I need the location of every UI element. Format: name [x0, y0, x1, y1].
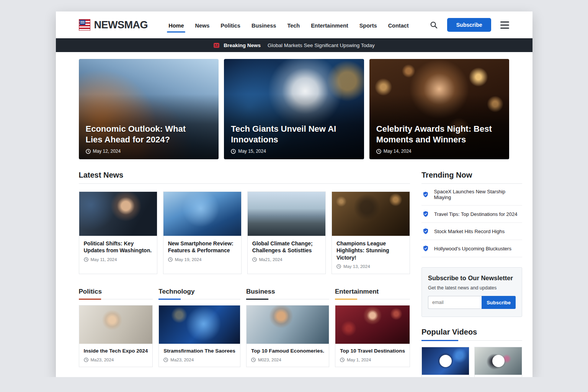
category-card[interactable]: Top 10 Famoud Economeries. M023, 2024: [246, 305, 329, 367]
article-date: May 1, 2024: [347, 358, 371, 362]
article-title: Top 10 Famoud Economeries.: [251, 348, 324, 354]
breaking-label: Breaking News: [224, 42, 261, 48]
article-title: Stramsfirmation The Saorees: [163, 348, 235, 354]
trending-item[interactable]: Travel Tips: Top Destinations for 2024: [421, 206, 522, 223]
shield-check-icon: [422, 191, 429, 198]
clock-icon: [251, 358, 256, 362]
site-logo[interactable]: NEWSMAG: [79, 19, 148, 31]
article-thumbnail: [335, 305, 410, 344]
shield-check-icon: [422, 245, 429, 252]
news-card[interactable]: Global Climate Change; Challenges & Soti…: [247, 191, 326, 274]
hero-card[interactable]: Celebrity Awards Night: Best Moments and…: [369, 59, 510, 159]
clock-icon: [336, 264, 341, 269]
breaking-headline[interactable]: Global Markets See Significant Upswing T…: [268, 42, 375, 48]
videos-accent: [421, 340, 458, 341]
newsletter-box: Subscribe to Our Newsletter Get the late…: [421, 267, 522, 317]
header-actions: Subscribe: [430, 18, 510, 32]
brand-name: NEWSMAG: [94, 19, 148, 31]
article-date: May 19, 2024: [175, 257, 202, 262]
nav-item-home[interactable]: Home: [168, 13, 184, 36]
article-title: Political Shifts: Key Updates from Washi…: [84, 240, 152, 254]
search-button[interactable]: [430, 21, 438, 29]
hamburger-icon: [500, 21, 509, 23]
nav-item-tech[interactable]: Tech: [287, 13, 300, 36]
category-accent: [79, 299, 101, 300]
category-card[interactable]: Stramsfirmation The Saorees Ma23, 2024: [158, 305, 240, 367]
article-date: Ma23, 2024: [91, 358, 114, 362]
shield-check-icon: [422, 211, 429, 217]
video-card[interactable]: Top 10 Tiaz Tan, Healthy ling: [421, 347, 469, 377]
article-title: Global Climate Change; Challenges & Soti…: [252, 240, 321, 254]
nav-item-entertainment[interactable]: Entertainment: [310, 13, 349, 36]
latest-news-heading: Latest News: [79, 171, 410, 184]
site-header: NEWSMAG Home News Politics Business Tech…: [56, 11, 532, 38]
trending-item[interactable]: SpaceX Launches New Starship Miaying: [421, 184, 522, 206]
article-date: Ma23, 2024: [170, 358, 194, 362]
video-thumbnail-play-icon[interactable]: [422, 347, 469, 375]
section-politics: Politics Inside the Tech Expo 2024 Ma23,…: [79, 288, 153, 367]
clock-icon: [252, 257, 257, 262]
category-accent: [158, 299, 181, 300]
category-accent: [335, 299, 357, 300]
category-card[interactable]: Top 10 Travel Destinations May 1, 2024: [335, 305, 410, 367]
video-title: Fitness Tips for A Healthy Life: [475, 375, 522, 377]
news-card[interactable]: Champions League Highlights: Stunning Vi…: [332, 191, 410, 274]
popular-videos-heading: Popular Videos: [421, 328, 522, 341]
video-card[interactable]: Fitness Tips for A Healthy Life: [474, 347, 522, 377]
article-thumbnail: [247, 305, 329, 344]
article-thumbnail: [159, 305, 240, 344]
article-thumbnail: [332, 192, 410, 236]
hero-title: Tech Giants Unveil New AI Innovations: [231, 124, 348, 145]
newsletter-email-input[interactable]: [428, 296, 482, 309]
shield-check-icon: [422, 228, 429, 235]
article-thumbnail: [163, 192, 241, 236]
clock-icon: [84, 257, 88, 262]
news-card[interactable]: New Smartphone Review: Features & Perfor…: [163, 191, 242, 274]
newsmag-homepage: NEWSMAG Home News Politics Business Tech…: [56, 11, 532, 377]
menu-button[interactable]: [500, 20, 509, 30]
article-thumbnail: [79, 305, 153, 344]
trending-list: SpaceX Launches New Starship Miaying Tra…: [421, 184, 522, 257]
article-thumbnail: [79, 192, 157, 236]
newsletter-heading: Subscribe to Our Newsletter: [428, 274, 516, 282]
article-thumbnail: [248, 192, 325, 236]
nav-item-news[interactable]: News: [194, 13, 210, 36]
clock-icon: [231, 149, 236, 154]
category-heading: Entertainment: [335, 288, 410, 299]
hero-section: Economic Outlook: What Lies Ahead for 20…: [56, 52, 532, 159]
nav-item-sports[interactable]: Sports: [359, 13, 377, 36]
newsletter-subheading: Get the latest news and updates: [428, 285, 516, 291]
category-card[interactable]: Inside the Tech Expo 2024 Ma23, 2024: [79, 305, 153, 367]
news-card[interactable]: Political Shifts: Key Updates from Washi…: [79, 191, 157, 274]
nav-item-business[interactable]: Business: [251, 13, 276, 36]
clock-icon: [340, 358, 345, 362]
article-title: New Smartphone Review: Features & Perfor…: [168, 240, 237, 254]
trending-item[interactable]: Hollywood's Upcoming Bluckusters: [421, 240, 522, 257]
clock-icon: [163, 358, 168, 362]
hero-card[interactable]: Tech Giants Unveil New AI Innovations Ma…: [224, 59, 364, 159]
clock-icon: [376, 149, 381, 154]
hero-card[interactable]: Economic Outlook: What Lies Ahead for 20…: [79, 59, 219, 159]
article-date: May 13, 2024: [343, 264, 370, 269]
newsletter-subscribe-button[interactable]: Subscribe: [482, 296, 516, 309]
category-accent: [246, 299, 268, 300]
clock-icon: [84, 358, 88, 362]
hero-title: Celebrity Awards Night: Best Moments and…: [376, 124, 493, 145]
trending-item[interactable]: Stock Market Hits Record Highs: [421, 223, 522, 240]
sidebar: Trending Now SpaceX Launches New Starshi…: [421, 171, 522, 377]
trending-label: Stock Market Hits Record Highs: [434, 229, 505, 234]
section-entertainment: Entertainment Top 10 Travel Destinations…: [335, 288, 410, 367]
content-column: Latest News Political Shifts: Key Update…: [79, 171, 410, 367]
trending-heading: Trending Now: [421, 171, 522, 184]
article-date: M023, 2024: [258, 358, 281, 362]
article-title: Top 10 Travel Destinations: [340, 348, 405, 354]
article-title: Inside the Tech Expo 2024: [84, 348, 148, 354]
nav-item-contact[interactable]: Contact: [388, 13, 409, 36]
video-thumbnail-play-icon[interactable]: [475, 347, 522, 375]
subscribe-button[interactable]: Subscribe: [447, 18, 492, 32]
nav-item-politics[interactable]: Politics: [220, 13, 241, 36]
breaking-news-icon: [213, 42, 220, 48]
article-date: May 11, 2024: [91, 257, 117, 262]
clock-icon: [168, 257, 173, 262]
category-heading: Technology: [158, 288, 240, 299]
